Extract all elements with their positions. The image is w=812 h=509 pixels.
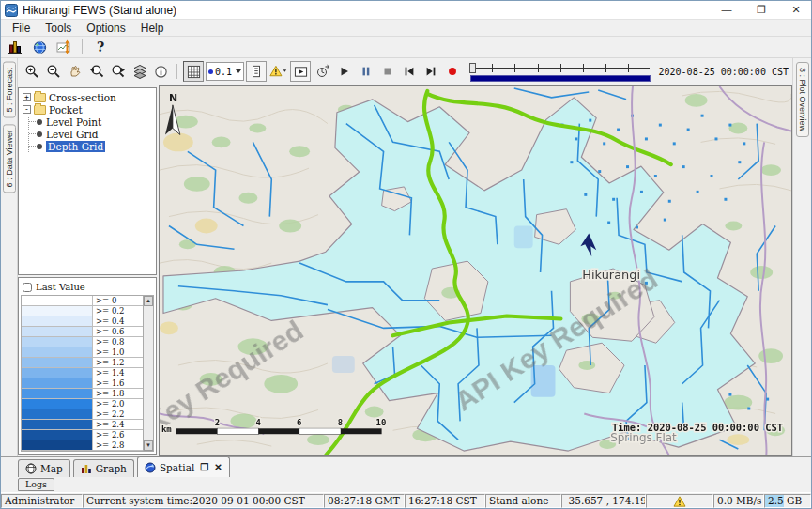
- town-label: Hikurangi: [582, 268, 640, 282]
- legend-row[interactable]: >= 1.8: [22, 389, 143, 399]
- zoom-previous-button[interactable]: [86, 61, 106, 82]
- close-tab-button[interactable]: ✕: [214, 462, 222, 472]
- scroll-down-icon[interactable]: ▼: [144, 440, 153, 451]
- menu-item[interactable]: Tools: [38, 20, 79, 37]
- legend-row[interactable]: >= 1.2: [22, 358, 143, 368]
- time-slider-track[interactable]: [469, 62, 651, 73]
- menu-item[interactable]: Options: [79, 20, 132, 37]
- play-button[interactable]: [334, 61, 354, 82]
- legend-scrollbar[interactable]: ▲ ▼: [143, 296, 153, 451]
- close-button[interactable]: ✕: [781, 1, 811, 19]
- grid-display-button[interactable]: [183, 61, 204, 82]
- animation-window-button[interactable]: [290, 61, 311, 82]
- tab-spatial-label: Spatial: [160, 462, 194, 473]
- legend-row[interactable]: >= 0.4: [22, 316, 143, 327]
- last-value-checkbox[interactable]: [23, 283, 32, 292]
- app-logo-icon: [5, 4, 18, 17]
- legend-row[interactable]: >= 3.0: [22, 451, 143, 452]
- warning-filter-button[interactable]: [268, 61, 288, 82]
- tree-node-label[interactable]: Pocket: [49, 104, 83, 116]
- status-warning-cell[interactable]: [646, 494, 713, 508]
- tree-node-label[interactable]: Cross-section: [49, 92, 116, 103]
- spatial-globe-icon: [145, 462, 156, 473]
- legend-row-label: >= 0.6: [93, 327, 143, 336]
- tree-leaf-level-point[interactable]: Level Point: [29, 116, 155, 128]
- pan-button[interactable]: [65, 61, 84, 82]
- layer-tree: + Cross-section - Pocket Lev: [18, 87, 157, 275]
- legend-toggle-button[interactable]: [246, 61, 267, 82]
- legend-row[interactable]: >= 0.6: [22, 327, 143, 337]
- tab-map[interactable]: Map: [18, 459, 70, 477]
- info-button[interactable]: [151, 61, 171, 82]
- layers-button[interactable]: [130, 61, 149, 82]
- side-tab-plot-overview[interactable]: 3 : Plot Overview: [796, 62, 809, 137]
- record-button[interactable]: [442, 61, 462, 82]
- float-tab-button[interactable]: ❐: [200, 462, 208, 472]
- tree-leaf-label[interactable]: Level Grid: [46, 129, 99, 140]
- legend-row[interactable]: >= 2.0: [22, 399, 143, 409]
- legend-row[interactable]: >= 1.0: [22, 347, 143, 358]
- go-to-start-button[interactable]: [399, 61, 419, 82]
- go-to-end-button[interactable]: [421, 61, 440, 82]
- time-slider-handle[interactable]: [469, 63, 476, 73]
- minimize-button[interactable]: —: [712, 1, 742, 19]
- stop-button[interactable]: [377, 61, 397, 82]
- legend-row[interactable]: >= 2.2: [22, 409, 143, 420]
- legend-row[interactable]: >= 2.6: [22, 430, 143, 440]
- side-tab[interactable]: 5 : Forecast: [3, 62, 16, 118]
- spatial-display-button[interactable]: [54, 38, 74, 56]
- map-display-button[interactable]: [29, 38, 50, 56]
- pause-button[interactable]: [356, 61, 375, 82]
- legend-row[interactable]: >= 2.8: [22, 440, 143, 451]
- bullet-icon: [37, 119, 42, 125]
- legend-row[interactable]: >= 0.8: [22, 337, 143, 347]
- menu-bar: FileToolsOptionsHelp: [1, 20, 811, 37]
- legend-row-label: >= 0.8: [93, 337, 143, 347]
- map-canvas[interactable]: API Key Required API Key Required Hikura…: [159, 85, 792, 456]
- legend-icon: [250, 65, 263, 78]
- expand-icon[interactable]: +: [23, 93, 31, 101]
- legend-row[interactable]: >= 1.6: [22, 378, 143, 389]
- help-button[interactable]: ?: [90, 38, 111, 56]
- flood-map[interactable]: API Key Required API Key Required Hikura…: [160, 86, 791, 455]
- map-time-label: Time: 2020-08-25 00:00:00 CST: [612, 422, 783, 433]
- maximize-button[interactable]: ❐: [746, 1, 776, 19]
- legend-row[interactable]: >= 2.4: [22, 420, 143, 430]
- svg-text:8: 8: [338, 418, 343, 427]
- globe-icon: [25, 463, 37, 474]
- legend-row[interactable]: >= 0.2: [22, 306, 143, 316]
- tab-spatial[interactable]: Spatial ❐ ✕: [137, 456, 230, 477]
- current-time-label: 2020-08-25 00:00:00 CST: [659, 67, 789, 77]
- bullet-icon: [37, 131, 42, 137]
- tree-leaf-level-grid[interactable]: Level Grid: [29, 128, 155, 140]
- tree-leaf-label[interactable]: Level Point: [46, 116, 101, 128]
- contour-value-dropdown[interactable]: 0.1: [206, 62, 244, 81]
- status-gmt-time: 08:27:18 GMT: [324, 494, 405, 508]
- scroll-up-icon[interactable]: ▲: [144, 296, 153, 306]
- zoom-next-button[interactable]: [108, 61, 128, 82]
- tree-node-pocket[interactable]: - Pocket: [20, 103, 155, 116]
- tree-leaf-label-selected[interactable]: Depth Grid: [46, 141, 105, 152]
- animation-settings-button[interactable]: [313, 61, 332, 82]
- tab-graph[interactable]: Graph: [73, 459, 134, 477]
- status-bar: Administrator Current system time:2020-0…: [1, 492, 811, 508]
- collapse-icon[interactable]: -: [23, 105, 31, 114]
- zoom-in-button[interactable]: [22, 61, 41, 82]
- menu-item[interactable]: File: [5, 20, 38, 37]
- tree-node-cross-section[interactable]: + Cross-section: [20, 91, 155, 103]
- toolbar-separator: [82, 39, 83, 54]
- zoom-previous-icon: [89, 64, 104, 79]
- legend-row[interactable]: >= 0: [22, 296, 143, 306]
- globe-icon: [33, 40, 47, 54]
- memory-label: 2.5 GB: [768, 495, 802, 506]
- menu-item[interactable]: Help: [133, 20, 172, 37]
- side-tab[interactable]: 6 : Data Viewer: [3, 124, 16, 193]
- legend-row[interactable]: >= 1.4: [22, 368, 143, 378]
- time-slider[interactable]: [469, 60, 651, 83]
- zoom-out-button[interactable]: [43, 61, 63, 82]
- tree-leaf-depth-grid[interactable]: Depth Grid: [29, 140, 155, 152]
- skip-end-icon: [424, 65, 437, 78]
- logs-tab[interactable]: Logs: [18, 478, 54, 491]
- database-viewer-button[interactable]: [5, 38, 25, 56]
- legend-row-label: >= 0.2: [93, 306, 143, 316]
